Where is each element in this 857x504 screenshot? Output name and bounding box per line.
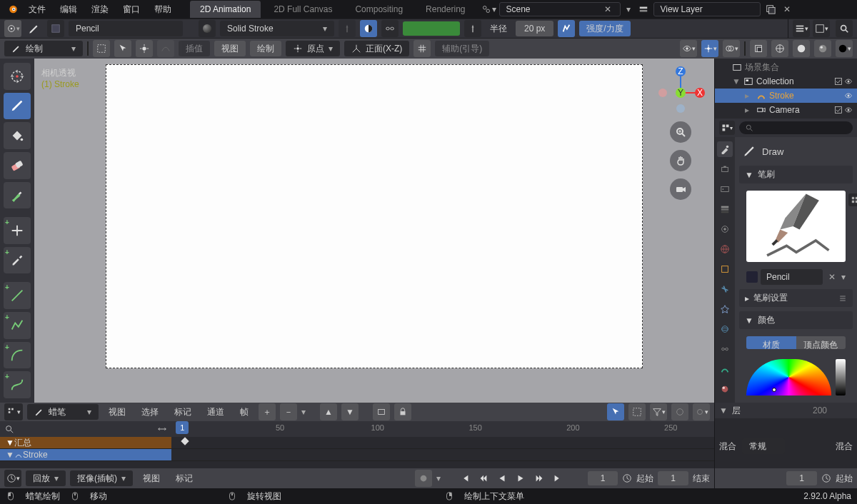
- tl-menu-view[interactable]: 视图: [103, 403, 131, 421]
- zoom-gizmo-icon[interactable]: [670, 121, 691, 143]
- outliner-scene-collection[interactable]: 场景集合: [715, 60, 857, 74]
- playback-popover[interactable]: 回放▾: [26, 470, 66, 486]
- outliner-collection[interactable]: ▼ Collection: [715, 74, 857, 89]
- brush-browse-icon[interactable]: [47, 20, 64, 37]
- display-mode-icon[interactable]: ▾: [813, 20, 830, 37]
- start-frame-field[interactable]: 1: [658, 471, 688, 485]
- timeline-ruler[interactable]: 1 50 100 150 200 250: [0, 421, 714, 437]
- brush-preview-grid-icon[interactable]: [848, 193, 857, 206]
- tl-menu-channel[interactable]: 通道: [201, 403, 230, 421]
- workspace-tab-rendering[interactable]: Rendering: [416, 1, 475, 18]
- dopesheet-mode-dropdown[interactable]: 蜡笔 ▾: [27, 404, 99, 420]
- strength-button[interactable]: 强度/力度: [579, 21, 630, 36]
- footer-view-menu[interactable]: 视图: [137, 470, 166, 488]
- next-key-icon[interactable]: [532, 471, 546, 485]
- menu-edit[interactable]: 编辑: [54, 1, 83, 19]
- pin-icon[interactable]: [464, 20, 481, 37]
- play-reverse-icon[interactable]: [495, 471, 509, 485]
- tl-menu-select[interactable]: 选择: [136, 403, 164, 421]
- tool-eyedropper[interactable]: +: [4, 247, 31, 274]
- ptab-world[interactable]: [717, 241, 733, 257]
- xray-icon[interactable]: [750, 40, 767, 57]
- shading-solid-icon[interactable]: [793, 40, 810, 57]
- snap-icon[interactable]: [136, 40, 153, 57]
- tl-filter-icon[interactable]: ▾: [650, 403, 667, 420]
- tl-remove-icon[interactable]: －: [280, 403, 297, 420]
- tool-cursor[interactable]: [4, 63, 31, 90]
- color-swatch[interactable]: [403, 21, 460, 36]
- disclose-icon[interactable]: ▸: [745, 91, 753, 101]
- tl-menu-frame[interactable]: 帧: [234, 403, 254, 421]
- menu-file[interactable]: 文件: [23, 1, 51, 19]
- viewlayer-browse-icon[interactable]: [636, 2, 651, 16]
- blender-logo-icon[interactable]: [4, 1, 20, 17]
- pan-gizmo-icon[interactable]: [670, 150, 691, 171]
- color-wheel[interactable]: [746, 359, 846, 395]
- material-browse-icon[interactable]: [199, 20, 216, 37]
- shading-material-icon[interactable]: [814, 40, 831, 57]
- shading-rendered-icon[interactable]: ▾: [836, 40, 853, 57]
- menu-help[interactable]: 帮助: [149, 1, 177, 19]
- outliner-item-stroke[interactable]: ▸ Stroke: [715, 89, 857, 103]
- tl-ghost-icon[interactable]: [373, 403, 390, 420]
- tl-add-icon[interactable]: ＋: [259, 403, 276, 420]
- jump-end-icon[interactable]: [551, 471, 565, 485]
- search-icon[interactable]: [836, 20, 853, 37]
- keyframe-icon[interactable]: [181, 437, 189, 445]
- select-box-icon[interactable]: [93, 40, 110, 57]
- tool-arc[interactable]: +: [4, 342, 31, 369]
- tool-polyline[interactable]: +: [4, 312, 31, 339]
- panel-brush-header[interactable]: ▼ 笔刷: [739, 166, 853, 183]
- workspace-tab-2d-full-canvas[interactable]: 2D Full Canvas: [264, 1, 342, 18]
- axis-gizmo[interactable]: X Z Y: [656, 64, 706, 114]
- tool-cutter[interactable]: +: [4, 217, 31, 244]
- radius-pressure-icon[interactable]: [558, 20, 575, 37]
- gizmo-toggle-icon[interactable]: ▾: [701, 40, 718, 57]
- chevron-down-icon[interactable]: ▾: [301, 407, 306, 417]
- scene-delete-icon[interactable]: ✕: [601, 4, 614, 14]
- track-summary[interactable]: ▼ 汇总: [0, 437, 714, 449]
- ptab-physics[interactable]: [717, 321, 733, 337]
- ptab-data[interactable]: [717, 361, 733, 377]
- brush-chip-icon[interactable]: [746, 271, 758, 283]
- tl-boxselect-icon[interactable]: [628, 403, 646, 420]
- footer-marker-menu[interactable]: 标记: [170, 470, 199, 488]
- ptab-render[interactable]: [717, 161, 733, 177]
- timeline-tracks[interactable]: ▼ 汇总 ▼ Stroke: [0, 437, 714, 468]
- ptab-scene[interactable]: [717, 221, 733, 237]
- tl-down-icon[interactable]: ▼: [341, 403, 359, 420]
- unlink-icon[interactable]: [381, 20, 399, 37]
- tool-draw[interactable]: [4, 93, 31, 120]
- panel-color-header[interactable]: ▼ 颜色: [739, 311, 853, 329]
- ptab-output[interactable]: [717, 181, 733, 197]
- ptab-effects[interactable]: [717, 301, 733, 317]
- menu-render[interactable]: 渲染: [86, 1, 114, 19]
- eye-icon[interactable]: [844, 91, 853, 100]
- grid-icon[interactable]: [414, 40, 431, 57]
- visibility-dropdown-icon[interactable]: ▾: [680, 40, 697, 57]
- jump-start-icon[interactable]: [458, 471, 472, 485]
- brush-name-dropdown[interactable]: Pencil: [69, 21, 183, 36]
- panel-brush-settings-header[interactable]: ▸ 笔刷设置: [739, 289, 853, 307]
- stroke-material-dropdown[interactable]: Solid Stroke ▾: [220, 21, 334, 36]
- r-frame-field[interactable]: 1: [786, 471, 817, 485]
- eye-icon[interactable]: [844, 106, 853, 114]
- tool-tint[interactable]: [4, 182, 31, 209]
- tool-erase[interactable]: [4, 152, 31, 179]
- swap-icon[interactable]: [157, 424, 167, 434]
- disclose-icon[interactable]: ▼: [732, 76, 741, 86]
- header-draw-menu[interactable]: 绘制: [250, 41, 281, 56]
- dopesheet-editor-icon[interactable]: ▾: [4, 403, 23, 420]
- overlay-toggle-icon[interactable]: ▾: [723, 40, 740, 57]
- ptab-viewlayer[interactable]: [717, 201, 733, 217]
- sync-popover[interactable]: 抠像(插帧)▾: [70, 470, 133, 486]
- tl-proportional-icon[interactable]: ▾: [693, 403, 710, 420]
- tool-fill[interactable]: [4, 122, 31, 149]
- ptab-constraints[interactable]: [717, 341, 733, 357]
- header-view-menu[interactable]: 视图: [214, 41, 246, 56]
- scene-browse-icon[interactable]: ▾: [482, 2, 496, 16]
- checkbox-icon[interactable]: [834, 77, 843, 86]
- viewlayer-name-field[interactable]: View Layer: [653, 2, 761, 16]
- right-editor-type-icon[interactable]: ▾: [793, 20, 810, 37]
- scene-name-field[interactable]: Scene ✕: [499, 2, 621, 16]
